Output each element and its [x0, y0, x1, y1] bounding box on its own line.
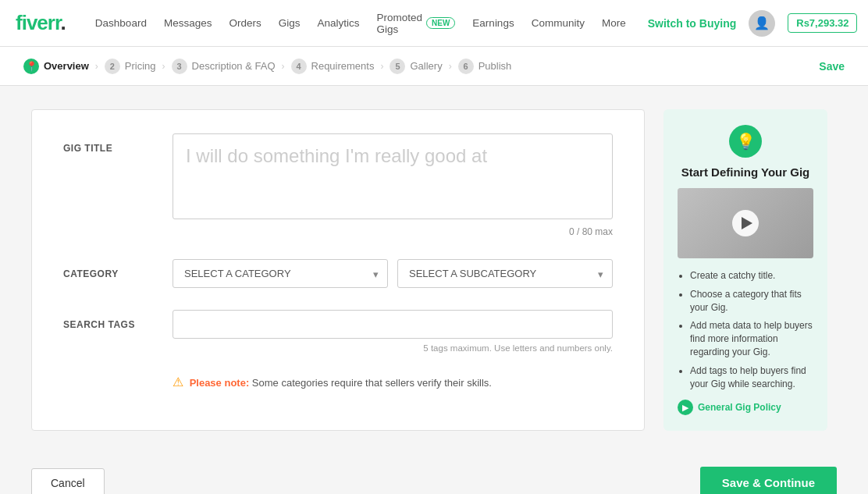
breadcrumb-step-1[interactable]: 📍 Overview	[23, 59, 89, 74]
warning-icon: ⚠	[173, 375, 183, 389]
sidebar-icon-wrap: 💡	[678, 125, 813, 158]
navbar: fiverr. Dashboard Messages Orders Gigs A…	[0, 0, 868, 47]
step-2-label: Pricing	[125, 60, 156, 72]
sidebar-tip-1: Create a catchy title.	[690, 269, 813, 283]
step-3-label: Description & FAQ	[192, 60, 276, 72]
gig-title-row: GIG TITLE 0 / 80 max	[63, 133, 613, 237]
category-field: SELECT A CATEGORY SELECT A SUBCATEGORY	[173, 259, 613, 288]
general-gig-policy-link[interactable]: ▶ General Gig Policy	[678, 400, 813, 415]
search-tags-row: SEARCH TAGS 5 tags maximum. Use letters …	[63, 310, 613, 353]
form-card: GIG TITLE 0 / 80 max CATEGORY SELECT A C…	[31, 109, 645, 431]
category-label: CATEGORY	[63, 259, 157, 279]
sep-1: ›	[95, 61, 98, 72]
step-4-label: Requirements	[311, 60, 375, 72]
please-note-label: Please note:	[190, 377, 250, 389]
nav-links: Dashboard Messages Orders Gigs Analytics…	[95, 12, 626, 35]
sidebar-title: Start Defining Your Gig	[678, 165, 813, 179]
step-1-label: Overview	[44, 60, 89, 72]
search-tags-label: SEARCH TAGS	[63, 310, 157, 330]
selects-row: SELECT A CATEGORY SELECT A SUBCATEGORY	[173, 259, 613, 288]
gig-title-char-count: 0 / 80 max	[173, 226, 613, 237]
avatar[interactable]: 👤	[749, 10, 775, 37]
please-note: ⚠ Please note: Some categories require t…	[63, 375, 613, 389]
sep-5: ›	[449, 61, 452, 72]
step-6-label: Publish	[478, 60, 512, 72]
category-select-wrap: SELECT A CATEGORY	[173, 259, 388, 288]
step-4-icon: 4	[291, 59, 307, 74]
step-6-icon: 6	[458, 59, 474, 74]
nav-promoted-gigs[interactable]: Promoted Gigs NEW	[376, 12, 455, 35]
play-button[interactable]	[732, 210, 759, 236]
policy-icon: ▶	[678, 400, 693, 415]
breadcrumb-step-6[interactable]: 6 Publish	[458, 59, 512, 74]
gig-title-field: 0 / 80 max	[173, 133, 613, 237]
please-note-text: Some categories require that sellers ver…	[252, 377, 492, 389]
nav-dashboard[interactable]: Dashboard	[95, 17, 147, 29]
breadcrumb-save-button[interactable]: Save	[819, 60, 845, 73]
play-triangle-icon	[742, 217, 752, 229]
new-badge: NEW	[426, 17, 455, 29]
nav-gigs[interactable]: Gigs	[279, 17, 301, 29]
cancel-button[interactable]: Cancel	[31, 468, 105, 494]
category-row: CATEGORY SELECT A CATEGORY SELECT A SUBC…	[63, 259, 613, 288]
sidebar-card: 💡 Start Defining Your Gig Create a catch…	[663, 109, 827, 431]
sep-3: ›	[282, 61, 285, 72]
video-thumbnail[interactable]	[678, 188, 813, 258]
step-1-icon: 📍	[23, 59, 39, 74]
breadcrumb-step-5[interactable]: 5 Gallery	[390, 59, 442, 74]
sep-4: ›	[380, 61, 383, 72]
breadcrumb-step-3[interactable]: 3 Description & FAQ	[172, 59, 276, 74]
step-2-icon: 2	[105, 59, 120, 74]
step-5-icon: 5	[390, 59, 405, 74]
breadcrumb: 📍 Overview › 2 Pricing › 3 Description &…	[0, 47, 868, 86]
search-tags-field: 5 tags maximum. Use letters and numbers …	[173, 310, 613, 353]
policy-text: General Gig Policy	[698, 402, 781, 413]
category-select[interactable]: SELECT A CATEGORY	[173, 259, 388, 288]
breadcrumb-step-4[interactable]: 4 Requirements	[291, 59, 375, 74]
sidebar-tip-4: Add tags to help buyers find your Gig wh…	[690, 364, 813, 391]
actions-bar: Cancel Save & Continue	[0, 454, 868, 494]
search-tags-input[interactable]	[173, 310, 613, 339]
subcategory-select[interactable]: SELECT A SUBCATEGORY	[397, 259, 613, 288]
main-content: GIG TITLE 0 / 80 max CATEGORY SELECT A C…	[0, 86, 859, 454]
logo[interactable]: fiverr.	[16, 11, 66, 35]
subcategory-select-wrap: SELECT A SUBCATEGORY	[397, 259, 613, 288]
nav-community[interactable]: Community	[532, 17, 585, 29]
gig-title-label: GIG TITLE	[63, 133, 157, 154]
nav-orders[interactable]: Orders	[229, 17, 261, 29]
nav-right: Switch to Buying 👤 Rs7,293.32	[648, 10, 858, 37]
step-5-label: Gallery	[410, 60, 442, 72]
balance-badge: Rs7,293.32	[788, 13, 857, 33]
gig-title-input[interactable]	[173, 133, 613, 219]
nav-messages[interactable]: Messages	[164, 17, 212, 29]
nav-more[interactable]: More	[602, 17, 626, 29]
save-continue-button[interactable]: Save & Continue	[700, 467, 837, 494]
switch-buying-button[interactable]: Switch to Buying	[648, 17, 737, 30]
sidebar-tips-list: Create a catchy title. Choose a category…	[678, 269, 813, 390]
sidebar-tip-3: Add meta data to help buyers find more i…	[690, 319, 813, 358]
sidebar-tip-2: Choose a category that fits your Gig.	[690, 288, 813, 315]
step-3-icon: 3	[172, 59, 187, 74]
nav-analytics[interactable]: Analytics	[317, 17, 359, 29]
sep-2: ›	[162, 61, 165, 72]
tags-hint: 5 tags maximum. Use letters and numbers …	[173, 343, 613, 353]
breadcrumb-step-2[interactable]: 2 Pricing	[105, 59, 156, 74]
sidebar-bulb-icon: 💡	[729, 125, 762, 158]
nav-earnings[interactable]: Earnings	[472, 17, 514, 29]
